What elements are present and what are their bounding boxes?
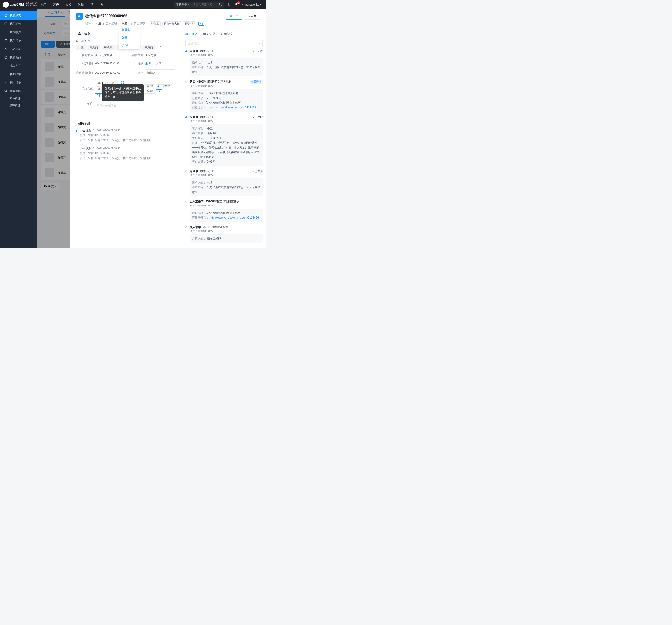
- side-orders[interactable]: 我的订单: [0, 36, 37, 45]
- manager-popup: 师馨薇 张三✓ 俱保咏: [119, 26, 140, 49]
- tag: 中意向: [142, 45, 155, 50]
- logo-icon: [3, 2, 9, 8]
- group-more[interactable]: +4: [198, 22, 205, 26]
- bell-icon[interactable]: 5: [235, 3, 238, 7]
- svg-point-5: [5, 56, 7, 58]
- logo: 云朵CRM 教育机构一站式服务云平台: [0, 2, 37, 8]
- nav-data[interactable]: 数据: [78, 3, 84, 7]
- activity-filter[interactable]: 全部动态▾: [186, 40, 263, 47]
- top-nav: 云朵CRM 教育机构一站式服务云平台 推广 客户 质检 数据 手机号码▾ 5 m…: [0, 0, 266, 9]
- side-sub-ctag[interactable]: 客户标签: [0, 95, 37, 102]
- profile-icon: [76, 12, 82, 20]
- customer-drawer: 微信名称6789990000966 代下单 交定金 昵称：小王| 客户经理： 张…: [70, 9, 266, 248]
- nav-right: 手机号码▾ 5 manager11▾: [174, 2, 266, 8]
- svg-point-3: [5, 14, 7, 16]
- manager-dropdown[interactable]: 张三 ▴ 师馨薇 张三✓ 俱保咏: [122, 22, 129, 26]
- tags-more[interactable]: +4: [157, 45, 163, 50]
- right-column: 客户动态 聊天记录 订单记录 全部动态▾ 定金单 创建人小王已完成2020/01…: [182, 29, 266, 248]
- side-groups[interactable]: 我的群聊: [0, 20, 37, 28]
- side-inherit[interactable]: 客户继承: [0, 70, 37, 78]
- drawer-title: 微信名称6789990000966: [86, 14, 127, 19]
- svg-rect-2: [229, 3, 230, 6]
- mgr-opt-0[interactable]: 师馨薇: [119, 26, 140, 34]
- side-sub-gtag[interactable]: 群聊标签: [0, 102, 37, 109]
- side-calls[interactable]: 电话记录: [0, 45, 37, 53]
- search-input[interactable]: [191, 3, 217, 6]
- view-detail[interactable]: 查看详情: [250, 79, 263, 84]
- phone-tooltip: 查询到此手机号码在系统中已存在，可以将两条客户数据合并为一条: [102, 84, 144, 101]
- search-icon[interactable]: [217, 3, 224, 7]
- tag: 中意向: [102, 45, 115, 50]
- search-wrap: 手机号码▾: [174, 2, 224, 8]
- radio-male[interactable]: 男: [145, 62, 152, 66]
- mgr-opt-1[interactable]: 张三✓: [119, 34, 140, 42]
- search-type[interactable]: 手机号码▾: [174, 3, 191, 7]
- drawer-sub: 昵称：小王| 客户经理： 张三 ▴ 师馨薇 张三✓ 俱保咏 | 所在群聊： 群聊…: [70, 21, 266, 29]
- svg-rect-4: [5, 23, 7, 25]
- user-menu[interactable]: manager11▾: [242, 3, 261, 6]
- nav-items: 推广 客户 质检 数据: [40, 3, 103, 7]
- deposit-button[interactable]: 交定金: [244, 12, 260, 20]
- check-icon: ✓: [135, 36, 137, 40]
- logo-sub: 教育机构一站式服务云平台: [25, 3, 37, 7]
- nav-qc[interactable]: 质检: [65, 3, 71, 7]
- edit-icon[interactable]: ✎: [88, 39, 91, 43]
- mobile-icon[interactable]: [228, 3, 231, 7]
- side-delete[interactable]: 删人记录: [0, 78, 37, 87]
- rtab-orders[interactable]: 订单记录: [221, 32, 233, 38]
- user-icon[interactable]: [91, 3, 94, 7]
- tag: 一般: [76, 45, 86, 50]
- svg-point-0: [92, 3, 93, 4]
- side-students[interactable]: 我的学员: [0, 28, 37, 36]
- radio-female[interactable]: 女: [155, 61, 162, 65]
- nav-customer[interactable]: 客户: [53, 3, 59, 7]
- side-goods[interactable]: 我的商品: [0, 53, 37, 61]
- notif-badge: 5: [237, 1, 240, 4]
- mgr-opt-2[interactable]: 俱保咏: [119, 42, 140, 49]
- tag: 高意向: [87, 45, 100, 50]
- side-friends[interactable]: 我的好友: [0, 11, 37, 20]
- svg-rect-6: [78, 16, 80, 17]
- right-tabs: 客户动态 聊天记录 订单记录: [186, 29, 263, 40]
- svg-point-1: [219, 3, 221, 5]
- side-tags[interactable]: 标签管理⌃: [0, 87, 37, 95]
- remark-input[interactable]: 请输入备注内容: [95, 102, 125, 115]
- wechat-input[interactable]: [145, 70, 175, 76]
- order-button[interactable]: 代下单: [226, 12, 242, 20]
- svg-point-7: [79, 15, 79, 16]
- nav-promo[interactable]: 推广: [40, 3, 46, 7]
- side-lost[interactable]: 流失客户: [0, 61, 37, 70]
- rtab-chat[interactable]: 聊天记录: [203, 32, 215, 38]
- left-column: 客户信息 客户标签✎ 一般高意向中意向一般高意向中意向+4 获客来源线上-北京昱…: [70, 29, 182, 248]
- copy-icon[interactable]: ⧉: [96, 86, 102, 92]
- sidebar: 我的好友 我的群聊 我的学员 我的订单 电话记录 我的商品 流失客户 客户继承 …: [0, 9, 37, 248]
- phone-icon[interactable]: [100, 3, 103, 7]
- rtab-activity[interactable]: 客户动态: [186, 32, 198, 38]
- logo-text: 云朵CRM: [10, 3, 24, 7]
- sec-log: 修改记录: [76, 122, 179, 126]
- contacts-icon[interactable]: ☷: [121, 81, 124, 84]
